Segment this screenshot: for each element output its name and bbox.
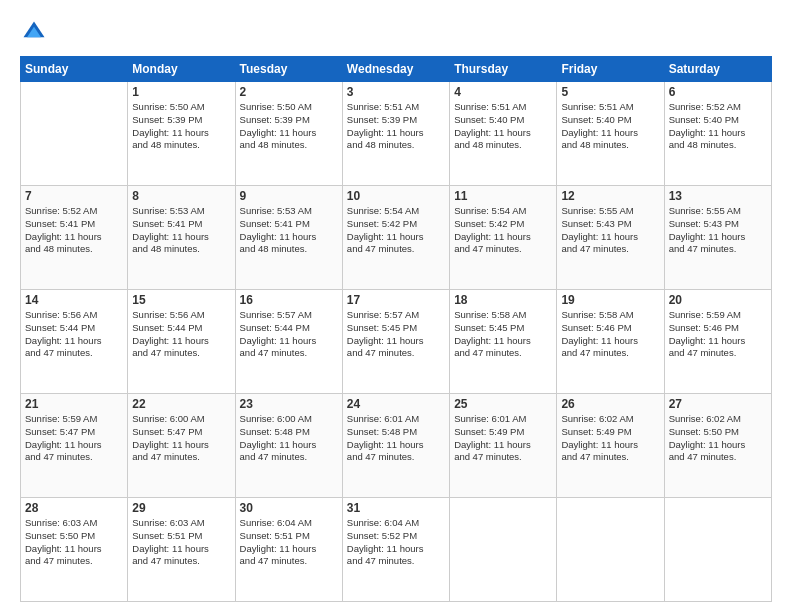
day-info: Sunrise: 5:56 AM Sunset: 5:44 PM Dayligh… <box>25 309 123 360</box>
day-info: Sunrise: 5:59 AM Sunset: 5:47 PM Dayligh… <box>25 413 123 464</box>
day-info: Sunrise: 6:04 AM Sunset: 5:51 PM Dayligh… <box>240 517 338 568</box>
day-info: Sunrise: 6:00 AM Sunset: 5:48 PM Dayligh… <box>240 413 338 464</box>
logo <box>20 18 52 46</box>
day-info: Sunrise: 5:59 AM Sunset: 5:46 PM Dayligh… <box>669 309 767 360</box>
day-number: 25 <box>454 397 552 411</box>
calendar-weekday-sunday: Sunday <box>21 57 128 82</box>
day-info: Sunrise: 5:58 AM Sunset: 5:46 PM Dayligh… <box>561 309 659 360</box>
calendar-weekday-monday: Monday <box>128 57 235 82</box>
calendar-cell <box>450 498 557 602</box>
calendar-cell <box>664 498 771 602</box>
day-info: Sunrise: 6:03 AM Sunset: 5:51 PM Dayligh… <box>132 517 230 568</box>
header <box>20 18 772 46</box>
day-info: Sunrise: 5:54 AM Sunset: 5:42 PM Dayligh… <box>454 205 552 256</box>
calendar-cell: 9Sunrise: 5:53 AM Sunset: 5:41 PM Daylig… <box>235 186 342 290</box>
day-number: 17 <box>347 293 445 307</box>
calendar-cell: 8Sunrise: 5:53 AM Sunset: 5:41 PM Daylig… <box>128 186 235 290</box>
calendar-cell: 7Sunrise: 5:52 AM Sunset: 5:41 PM Daylig… <box>21 186 128 290</box>
day-info: Sunrise: 5:51 AM Sunset: 5:40 PM Dayligh… <box>454 101 552 152</box>
calendar-cell: 15Sunrise: 5:56 AM Sunset: 5:44 PM Dayli… <box>128 290 235 394</box>
calendar-cell <box>557 498 664 602</box>
calendar-cell: 27Sunrise: 6:02 AM Sunset: 5:50 PM Dayli… <box>664 394 771 498</box>
day-number: 22 <box>132 397 230 411</box>
day-info: Sunrise: 5:57 AM Sunset: 5:45 PM Dayligh… <box>347 309 445 360</box>
day-info: Sunrise: 6:01 AM Sunset: 5:48 PM Dayligh… <box>347 413 445 464</box>
day-number: 18 <box>454 293 552 307</box>
day-number: 23 <box>240 397 338 411</box>
calendar-cell: 22Sunrise: 6:00 AM Sunset: 5:47 PM Dayli… <box>128 394 235 498</box>
day-number: 12 <box>561 189 659 203</box>
day-info: Sunrise: 6:00 AM Sunset: 5:47 PM Dayligh… <box>132 413 230 464</box>
calendar-week-row: 1Sunrise: 5:50 AM Sunset: 5:39 PM Daylig… <box>21 82 772 186</box>
calendar-cell: 30Sunrise: 6:04 AM Sunset: 5:51 PM Dayli… <box>235 498 342 602</box>
day-number: 10 <box>347 189 445 203</box>
calendar-week-row: 7Sunrise: 5:52 AM Sunset: 5:41 PM Daylig… <box>21 186 772 290</box>
calendar-week-row: 14Sunrise: 5:56 AM Sunset: 5:44 PM Dayli… <box>21 290 772 394</box>
day-number: 21 <box>25 397 123 411</box>
page: SundayMondayTuesdayWednesdayThursdayFrid… <box>0 0 792 612</box>
day-info: Sunrise: 5:50 AM Sunset: 5:39 PM Dayligh… <box>240 101 338 152</box>
day-number: 26 <box>561 397 659 411</box>
day-info: Sunrise: 6:03 AM Sunset: 5:50 PM Dayligh… <box>25 517 123 568</box>
day-number: 6 <box>669 85 767 99</box>
calendar-cell: 17Sunrise: 5:57 AM Sunset: 5:45 PM Dayli… <box>342 290 449 394</box>
day-number: 16 <box>240 293 338 307</box>
calendar-cell: 18Sunrise: 5:58 AM Sunset: 5:45 PM Dayli… <box>450 290 557 394</box>
day-info: Sunrise: 5:50 AM Sunset: 5:39 PM Dayligh… <box>132 101 230 152</box>
calendar-weekday-friday: Friday <box>557 57 664 82</box>
calendar-week-row: 21Sunrise: 5:59 AM Sunset: 5:47 PM Dayli… <box>21 394 772 498</box>
day-number: 29 <box>132 501 230 515</box>
day-number: 24 <box>347 397 445 411</box>
day-number: 14 <box>25 293 123 307</box>
day-number: 19 <box>561 293 659 307</box>
day-number: 3 <box>347 85 445 99</box>
calendar-header-row: SundayMondayTuesdayWednesdayThursdayFrid… <box>21 57 772 82</box>
day-number: 2 <box>240 85 338 99</box>
day-number: 8 <box>132 189 230 203</box>
calendar-cell: 1Sunrise: 5:50 AM Sunset: 5:39 PM Daylig… <box>128 82 235 186</box>
calendar-cell: 29Sunrise: 6:03 AM Sunset: 5:51 PM Dayli… <box>128 498 235 602</box>
day-number: 7 <box>25 189 123 203</box>
calendar-cell: 28Sunrise: 6:03 AM Sunset: 5:50 PM Dayli… <box>21 498 128 602</box>
day-info: Sunrise: 5:56 AM Sunset: 5:44 PM Dayligh… <box>132 309 230 360</box>
calendar-cell: 19Sunrise: 5:58 AM Sunset: 5:46 PM Dayli… <box>557 290 664 394</box>
day-number: 13 <box>669 189 767 203</box>
day-number: 15 <box>132 293 230 307</box>
calendar-cell: 14Sunrise: 5:56 AM Sunset: 5:44 PM Dayli… <box>21 290 128 394</box>
calendar-week-row: 28Sunrise: 6:03 AM Sunset: 5:50 PM Dayli… <box>21 498 772 602</box>
calendar-weekday-saturday: Saturday <box>664 57 771 82</box>
calendar-weekday-tuesday: Tuesday <box>235 57 342 82</box>
day-info: Sunrise: 6:02 AM Sunset: 5:50 PM Dayligh… <box>669 413 767 464</box>
calendar-cell <box>21 82 128 186</box>
day-info: Sunrise: 5:53 AM Sunset: 5:41 PM Dayligh… <box>240 205 338 256</box>
day-info: Sunrise: 5:55 AM Sunset: 5:43 PM Dayligh… <box>669 205 767 256</box>
calendar-cell: 13Sunrise: 5:55 AM Sunset: 5:43 PM Dayli… <box>664 186 771 290</box>
calendar-table: SundayMondayTuesdayWednesdayThursdayFrid… <box>20 56 772 602</box>
day-number: 9 <box>240 189 338 203</box>
calendar-cell: 25Sunrise: 6:01 AM Sunset: 5:49 PM Dayli… <box>450 394 557 498</box>
day-info: Sunrise: 5:54 AM Sunset: 5:42 PM Dayligh… <box>347 205 445 256</box>
day-number: 28 <box>25 501 123 515</box>
day-info: Sunrise: 6:02 AM Sunset: 5:49 PM Dayligh… <box>561 413 659 464</box>
day-info: Sunrise: 5:52 AM Sunset: 5:40 PM Dayligh… <box>669 101 767 152</box>
calendar-cell: 21Sunrise: 5:59 AM Sunset: 5:47 PM Dayli… <box>21 394 128 498</box>
calendar-cell: 5Sunrise: 5:51 AM Sunset: 5:40 PM Daylig… <box>557 82 664 186</box>
calendar-cell: 3Sunrise: 5:51 AM Sunset: 5:39 PM Daylig… <box>342 82 449 186</box>
day-number: 20 <box>669 293 767 307</box>
day-info: Sunrise: 5:52 AM Sunset: 5:41 PM Dayligh… <box>25 205 123 256</box>
day-info: Sunrise: 6:04 AM Sunset: 5:52 PM Dayligh… <box>347 517 445 568</box>
calendar-weekday-thursday: Thursday <box>450 57 557 82</box>
day-number: 27 <box>669 397 767 411</box>
day-info: Sunrise: 5:53 AM Sunset: 5:41 PM Dayligh… <box>132 205 230 256</box>
day-info: Sunrise: 6:01 AM Sunset: 5:49 PM Dayligh… <box>454 413 552 464</box>
day-number: 1 <box>132 85 230 99</box>
day-number: 30 <box>240 501 338 515</box>
logo-icon <box>20 18 48 46</box>
calendar-cell: 10Sunrise: 5:54 AM Sunset: 5:42 PM Dayli… <box>342 186 449 290</box>
calendar-cell: 11Sunrise: 5:54 AM Sunset: 5:42 PM Dayli… <box>450 186 557 290</box>
calendar-cell: 23Sunrise: 6:00 AM Sunset: 5:48 PM Dayli… <box>235 394 342 498</box>
calendar-cell: 24Sunrise: 6:01 AM Sunset: 5:48 PM Dayli… <box>342 394 449 498</box>
calendar-cell: 26Sunrise: 6:02 AM Sunset: 5:49 PM Dayli… <box>557 394 664 498</box>
calendar-cell: 31Sunrise: 6:04 AM Sunset: 5:52 PM Dayli… <box>342 498 449 602</box>
day-number: 5 <box>561 85 659 99</box>
